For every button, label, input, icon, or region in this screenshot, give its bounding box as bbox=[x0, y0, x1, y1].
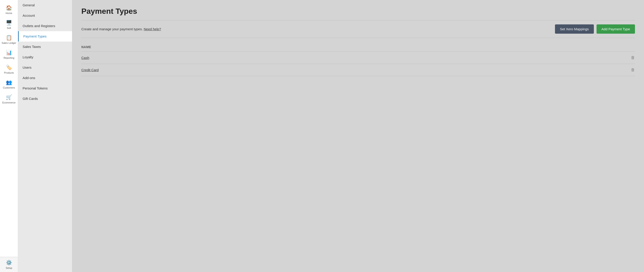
table-row: Cash 🗑 bbox=[81, 52, 635, 64]
sidebar-item-sales-taxes[interactable]: Sales Taxes bbox=[18, 42, 72, 52]
sell-icon: 🖥️ bbox=[6, 20, 12, 26]
add-payment-type-button[interactable]: Add Payment Type bbox=[596, 24, 635, 34]
table-header: Name bbox=[81, 42, 635, 52]
info-text: Create and manage your payment types. Ne… bbox=[81, 27, 161, 31]
main-content: Payment Types Create and manage your pay… bbox=[72, 0, 644, 272]
nav-item-reporting[interactable]: 📊Reporting bbox=[0, 47, 18, 62]
nav-item-setup[interactable]: ⚙️Setup bbox=[0, 257, 18, 272]
payment-type-name-credit-card: Credit Card bbox=[81, 68, 99, 72]
payment-type-name-cash: Cash bbox=[81, 56, 89, 60]
nav-label-reporting: Reporting bbox=[4, 56, 14, 59]
nav-item-ecommerce[interactable]: 🛒Ecommerce bbox=[0, 92, 18, 107]
sidebar-item-personal-tokens[interactable]: Personal Tokens bbox=[18, 83, 72, 94]
nav-label-setup: Setup bbox=[6, 266, 12, 269]
delete-icon-credit-card[interactable]: 🗑 bbox=[631, 68, 635, 72]
nav-label-customers: Customers bbox=[3, 86, 15, 89]
info-bar-actions: Set Xero Mappings Add Payment Type bbox=[555, 24, 635, 34]
icon-nav: 🏠Home🖥️Sell📋Sales Ledger📊Reporting🏷️Prod… bbox=[0, 0, 18, 272]
page-title: Payment Types bbox=[81, 7, 635, 16]
sidebar-item-outlets-registers[interactable]: Outlets and Registers bbox=[18, 21, 72, 31]
sidebar-item-gift-cards[interactable]: Gift Cards bbox=[18, 94, 72, 104]
sidebar-item-account[interactable]: Account bbox=[18, 10, 72, 21]
table-row: Credit Card 🗑 bbox=[81, 64, 635, 76]
delete-icon-cash[interactable]: 🗑 bbox=[631, 55, 635, 60]
payment-type-link-credit-card[interactable]: Credit Card bbox=[81, 68, 99, 72]
help-link[interactable]: Need help? bbox=[144, 27, 161, 31]
nav-label-ecommerce: Ecommerce bbox=[2, 101, 16, 104]
sidebar-item-payment-types[interactable]: Payment Types bbox=[18, 31, 72, 42]
payment-types-table: Name Cash 🗑 Credit Card 🗑 bbox=[81, 42, 635, 76]
home-icon: 🏠 bbox=[6, 5, 12, 11]
nav-label-products: Products bbox=[4, 72, 14, 74]
info-bar: Create and manage your payment types. Ne… bbox=[81, 20, 635, 38]
nav-item-sell[interactable]: 🖥️Sell bbox=[0, 17, 18, 32]
nav-item-home[interactable]: 🏠Home bbox=[0, 2, 18, 17]
nav-item-customers[interactable]: 👥Customers bbox=[0, 77, 18, 92]
sales-ledger-icon: 📋 bbox=[6, 35, 12, 41]
nav-item-products[interactable]: 🏷️Products bbox=[0, 62, 18, 77]
nav-label-home: Home bbox=[6, 12, 12, 14]
products-icon: 🏷️ bbox=[6, 64, 12, 70]
setup-icon: ⚙️ bbox=[6, 260, 12, 266]
table-rows: Cash 🗑 Credit Card 🗑 bbox=[81, 52, 635, 76]
sidebar-item-add-ons[interactable]: Add-ons bbox=[18, 73, 72, 83]
sidebar-item-loyalty[interactable]: Loyalty bbox=[18, 52, 72, 62]
nav-item-sales-ledger[interactable]: 📋Sales Ledger bbox=[0, 32, 18, 47]
customers-icon: 👥 bbox=[6, 80, 12, 86]
sidebar-item-general[interactable]: General bbox=[18, 0, 72, 10]
payment-type-link-cash[interactable]: Cash bbox=[81, 56, 89, 60]
reporting-icon: 📊 bbox=[6, 50, 12, 56]
nav-label-sales-ledger: Sales Ledger bbox=[2, 42, 16, 44]
sidebar: GeneralAccountOutlets and RegistersPayme… bbox=[18, 0, 72, 272]
nav-label-sell: Sell bbox=[7, 27, 11, 29]
ecommerce-icon: 🛒 bbox=[6, 94, 12, 100]
set-xero-mappings-button[interactable]: Set Xero Mappings bbox=[555, 24, 594, 34]
sidebar-item-users[interactable]: Users bbox=[18, 62, 72, 73]
